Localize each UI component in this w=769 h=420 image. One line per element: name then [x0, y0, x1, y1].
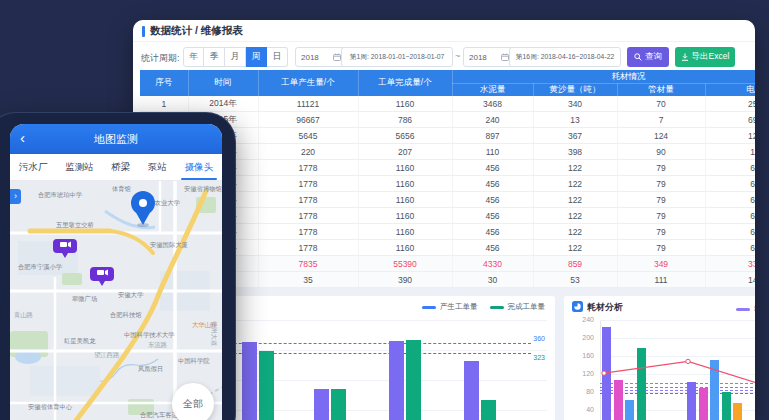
- table-cell: 1778: [258, 176, 358, 192]
- sub-header: 电量: [705, 84, 755, 97]
- map-label: 合肥市宁溪小学: [18, 263, 63, 271]
- year-start-value: 2018: [301, 53, 319, 62]
- legend-mark: [736, 308, 750, 311]
- report-table-head: 序号时间工单产生量/个工单完成量/个耗材情况水泥量黄沙量（吨）管材量电量: [140, 70, 755, 96]
- sub-header: 黄沙量（吨）: [533, 84, 617, 97]
- ref-line-label: 360: [533, 335, 545, 342]
- material-chart-title: 耗材分析: [587, 301, 623, 314]
- material-bar: [722, 392, 731, 420]
- year-start-select[interactable]: 2018: [295, 47, 347, 67]
- period-option-日[interactable]: 日: [267, 47, 288, 67]
- map-label: 红星美凯龙: [64, 337, 96, 345]
- week-end-input[interactable]: 第16周: 2018-04-16~2018-04-22: [509, 47, 621, 67]
- map[interactable]: 合肥市琥珀中学体育馆安徽农业大学安徽省博物馆五里墩立交桥安徽国际大厦合肥市宁溪小…: [10, 181, 222, 420]
- table-cell: 250: [705, 96, 755, 112]
- phone-tabs: 污水厂监测站桥梁泵站摄像头: [10, 154, 222, 181]
- period-option-季[interactable]: 季: [204, 47, 225, 67]
- table-cell: 1778: [258, 192, 358, 208]
- export-excel-button[interactable]: 导出Excel: [675, 47, 735, 67]
- table-cell: 398: [533, 144, 617, 160]
- table-cell: 67: [705, 208, 755, 224]
- export-label: 导出Excel: [692, 51, 730, 63]
- table-cell: 690: [705, 112, 755, 128]
- table-cell: 2014年: [188, 96, 258, 112]
- show-all-button[interactable]: 全部: [172, 383, 214, 420]
- map-expand-toggle[interactable]: ›: [10, 189, 21, 204]
- query-button[interactable]: 查询: [627, 47, 669, 67]
- workorder-bar: [331, 389, 346, 420]
- table-cell: 456: [452, 192, 533, 208]
- phone-tab-泵站[interactable]: 泵站: [148, 154, 167, 180]
- legend-item[interactable]: 完成工单量: [490, 302, 546, 312]
- table-cell: 13: [533, 112, 617, 128]
- table-cell: 330: [705, 256, 755, 272]
- phone-tab-摄像头[interactable]: 摄像头: [185, 154, 214, 180]
- table-cell: 897: [452, 128, 533, 144]
- pie-chart-icon: [572, 301, 583, 312]
- y-tick-label: 40: [564, 406, 594, 413]
- table-cell: 67: [705, 160, 755, 176]
- breadcrumb: 数据统计 / 维修报表: [150, 24, 243, 38]
- period-label: 统计周期:: [141, 52, 180, 65]
- table-cell: 11121: [258, 96, 358, 112]
- table-cell: 1160: [358, 160, 452, 176]
- table-cell: 1160: [358, 96, 452, 112]
- period-option-月[interactable]: 月: [225, 47, 246, 67]
- material-bar: [687, 382, 696, 420]
- table-cell: 79: [617, 240, 705, 256]
- y-tick-label: 160: [564, 352, 594, 359]
- phone-tab-桥梁[interactable]: 桥梁: [111, 154, 130, 180]
- ref-line: [600, 387, 755, 388]
- gridline: [600, 410, 755, 411]
- table-cell: 7835: [258, 256, 358, 272]
- year-end-select[interactable]: 2018: [463, 47, 515, 67]
- workorder-bar: [389, 341, 404, 420]
- legend-item[interactable]: 耗材用量: [736, 304, 755, 314]
- table-cell: 67: [705, 176, 755, 192]
- map-label: 中国科学技术大学: [124, 331, 175, 339]
- week-start-input[interactable]: 第1周: 2018-01-01~2018-01-07: [341, 47, 453, 67]
- map-label: 安徽省博物馆: [184, 185, 222, 193]
- table-cell: 67: [705, 192, 755, 208]
- sub-header: 水泥量: [452, 84, 533, 97]
- gridline: [600, 374, 755, 375]
- y-tick-label: 200: [564, 334, 594, 341]
- legend-label: 耗材用量: [754, 304, 755, 314]
- map-label: 五里墩立交桥: [56, 221, 94, 229]
- material-bar: [602, 327, 611, 420]
- period-option-周[interactable]: 周: [246, 47, 267, 67]
- table-cell: 140: [705, 272, 755, 288]
- legend-label: 产生工单量: [440, 302, 478, 312]
- material-bar: [710, 360, 719, 420]
- material-chart-card: 耗材分析 耗材用量 2402001601208040: [564, 296, 755, 420]
- year-end-value: 2018: [469, 53, 487, 62]
- gridline: [600, 356, 755, 357]
- period-option-年[interactable]: 年: [183, 47, 204, 67]
- phone-page-title: 地图监测: [10, 124, 222, 154]
- map-label: 安徽国际大厦: [150, 241, 188, 249]
- table-cell: 5645: [258, 128, 358, 144]
- table-cell: 70: [617, 96, 705, 112]
- col-header: 序号: [140, 70, 188, 96]
- table-cell: 35: [258, 272, 358, 288]
- back-icon[interactable]: ‹: [20, 128, 25, 148]
- phone-mockup: ‹ 地图监测 污水厂监测站桥梁泵站摄像头: [0, 112, 236, 420]
- table-cell: 122: [533, 176, 617, 192]
- map-label: 合肥科技馆: [110, 311, 142, 319]
- material-bar: [625, 400, 634, 420]
- table-cell: 1160: [358, 192, 452, 208]
- map-label: 安徽大学: [118, 291, 144, 299]
- phone-tab-污水厂[interactable]: 污水厂: [19, 154, 48, 180]
- workorder-bar: [481, 400, 496, 420]
- table-cell: 1778: [258, 160, 358, 176]
- table-cell: 55390: [358, 256, 452, 272]
- table-cell: 122: [533, 192, 617, 208]
- material-bar: [614, 380, 623, 420]
- sub-header: 管材量: [617, 84, 705, 97]
- table-cell: 5656: [358, 128, 452, 144]
- phone-tab-监测站[interactable]: 监测站: [65, 154, 94, 180]
- line-point: [686, 359, 690, 363]
- legend-item[interactable]: 产生工单量: [422, 302, 478, 312]
- ref-line: [600, 393, 755, 394]
- download-icon: [681, 53, 689, 61]
